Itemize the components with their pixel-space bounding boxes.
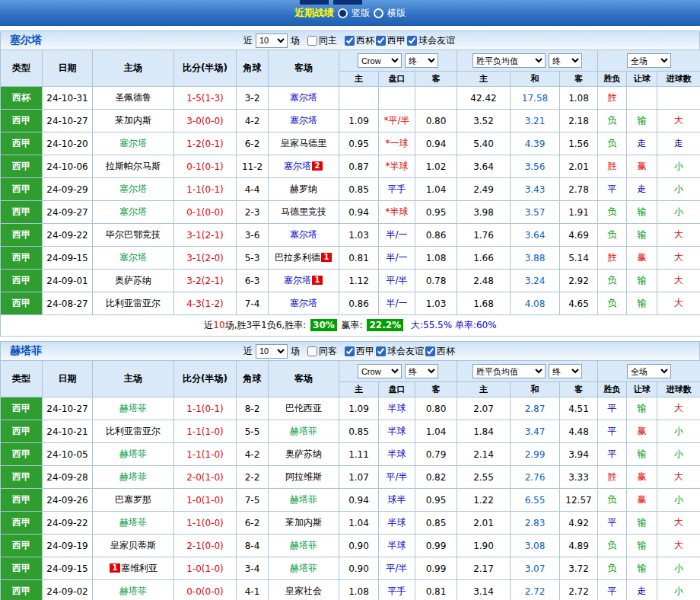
avg-win: 2.14 (457, 443, 511, 466)
col-avg-lose: 客 (560, 382, 598, 397)
checkbox-input[interactable] (425, 346, 435, 356)
avg-final-select[interactable]: 终 (549, 53, 582, 68)
home-team[interactable]: 巴塞罗那 (115, 494, 151, 505)
avg-source-select[interactable]: 胜平负均值 (473, 364, 546, 378)
avg-draw: 6.55 (511, 489, 560, 512)
avg-source-select[interactable]: 胜平负均值 (473, 53, 546, 68)
home-team[interactable]: 赫塔菲 (119, 586, 147, 596)
filter-check-球会友谊[interactable]: 球会友谊 (376, 345, 424, 358)
avg-final-select[interactable]: 终 (549, 364, 582, 378)
home-team[interactable]: 毕尔巴鄂竞技 (106, 229, 161, 240)
filter-check-西甲[interactable]: 西甲 (376, 34, 406, 47)
games-label: 场 (291, 34, 300, 47)
handicap-outcome (627, 87, 657, 110)
checkbox-input[interactable] (345, 36, 355, 46)
odds-group-header: Crow 终 (339, 50, 457, 72)
odds-source-select[interactable]: Crow (358, 53, 402, 68)
filter-check-球会友谊[interactable]: 球会友谊 (407, 34, 455, 47)
fulltime-select[interactable]: 全场 (627, 53, 671, 68)
fulltime-select[interactable]: 全场 (627, 364, 671, 378)
handicap-line: 平/半 (379, 270, 415, 292)
horizontal-layout-label[interactable]: 横版 (387, 7, 406, 20)
checkbox-input[interactable] (307, 36, 317, 46)
filter-check-西杯[interactable]: 西杯 (425, 345, 455, 358)
team-name-heading[interactable]: 塞尔塔 (10, 34, 42, 47)
match-date: 24-10-06 (43, 155, 93, 178)
avg-lose: 1.08 (560, 87, 598, 110)
away-team[interactable]: 塞尔塔 (290, 115, 317, 126)
filter-check-西甲[interactable]: 西甲 (345, 345, 374, 358)
odds-home: 0.90 (339, 557, 379, 580)
games-count-select[interactable]: 10 (256, 34, 288, 48)
away-team[interactable]: 阿拉维斯 (285, 471, 322, 482)
checkbox-input[interactable] (407, 36, 417, 46)
match-score: 3-0(0-0) (174, 110, 237, 132)
table-header-row: 类型 日期 主场 比分(半场) 角球 客场 Crow 终 胜平负均值 终 (1, 361, 700, 382)
odds-home: 0.95 (339, 132, 379, 155)
away-team[interactable]: 塞尔塔 (284, 275, 311, 286)
odds-away: 0.78 (415, 270, 457, 292)
filter-check-同客[interactable]: 同客 (307, 345, 337, 358)
home-team[interactable]: 赫塔菲 (119, 448, 147, 459)
home-team[interactable]: 圣佩德鲁 (115, 92, 151, 103)
odds-home: 0.85 (339, 178, 379, 201)
result-outcome: 胜 (598, 466, 627, 489)
away-team-cell: 阿拉维斯 (269, 466, 339, 489)
corner-count: 2-3 (237, 201, 269, 224)
match-row: 西甲24-09-151塞维利亚1-0(1-0)3-4赫塔菲0.90平/半0.99… (1, 557, 700, 580)
checkbox-input[interactable] (376, 36, 386, 46)
match-score: 1-0(1-0) (174, 489, 237, 512)
odds-home: 1.07 (339, 466, 379, 489)
away-team[interactable]: 塞尔塔 (290, 92, 317, 103)
away-team[interactable]: 塞尔塔 (284, 161, 311, 171)
home-team[interactable]: 赫塔菲 (119, 517, 147, 528)
checkbox-input[interactable] (376, 346, 386, 356)
away-team[interactable]: 奥萨苏纳 (285, 448, 322, 459)
away-team[interactable]: 皇家马德里 (281, 138, 326, 148)
away-team[interactable]: 赫塔菲 (290, 426, 317, 436)
away-team[interactable]: 赫塔菲 (290, 563, 317, 573)
avg-draw: 3.21 (511, 110, 560, 132)
home-team[interactable]: 塞尔塔 (119, 252, 147, 263)
away-team[interactable]: 赫塔菲 (290, 494, 317, 505)
away-team[interactable]: 马德里竞技 (281, 206, 326, 217)
home-team[interactable]: 塞尔塔 (119, 138, 147, 148)
home-team[interactable]: 赫塔菲 (119, 471, 147, 482)
home-team[interactable]: 塞尔塔 (119, 184, 147, 194)
vertical-layout-radio[interactable] (338, 8, 348, 18)
league-type: 西甲 (1, 155, 43, 178)
odds-source-select[interactable]: Crow (358, 364, 402, 378)
vertical-layout-label[interactable]: 竖版 (352, 7, 370, 20)
games-count-select[interactable]: 10 (256, 344, 288, 359)
horizontal-layout-radio[interactable] (374, 8, 383, 18)
home-team[interactable]: 奥萨苏纳 (115, 275, 151, 286)
odds-final-select[interactable]: 终 (405, 364, 438, 378)
avg-win: 1.66 (457, 247, 511, 270)
odds-final-select[interactable]: 终 (405, 53, 438, 68)
home-team[interactable]: 比利亚雷亚尔 (106, 298, 161, 308)
home-team[interactable]: 莱加内斯 (115, 115, 151, 126)
home-team[interactable]: 赫塔菲 (119, 403, 147, 413)
filter-check-同主[interactable]: 同主 (307, 34, 337, 47)
checkbox-input[interactable] (345, 346, 355, 356)
col-result: 胜负 (598, 382, 627, 397)
away-team[interactable]: 莱加内斯 (285, 517, 322, 528)
odds-home: 0.90 (339, 535, 379, 557)
home-team[interactable]: 皇家贝蒂斯 (110, 540, 156, 551)
home-team[interactable]: 塞尔塔 (119, 206, 147, 217)
avg-win: 2.07 (457, 397, 511, 420)
team-name-heading[interactable]: 赫塔菲 (10, 344, 42, 358)
away-team[interactable]: 塞尔塔 (290, 298, 317, 308)
filter-check-西杯[interactable]: 西杯 (345, 34, 374, 47)
home-team[interactable]: 塞维利亚 (121, 563, 158, 573)
away-team[interactable]: 巴拉多利德 (275, 252, 320, 263)
home-team[interactable]: 比利亚雷亚尔 (106, 426, 161, 436)
away-team[interactable]: 巴伦西亚 (285, 403, 322, 413)
home-team[interactable]: 拉斯帕尔马斯 (106, 161, 161, 171)
away-team[interactable]: 赫塔菲 (290, 540, 317, 551)
match-score: 1-0(1-0) (174, 557, 237, 580)
away-team[interactable]: 皇家社会 (285, 586, 322, 596)
away-team[interactable]: 赫罗纳 (290, 184, 317, 194)
away-team[interactable]: 塞尔塔 (290, 229, 317, 240)
checkbox-input[interactable] (307, 346, 317, 356)
